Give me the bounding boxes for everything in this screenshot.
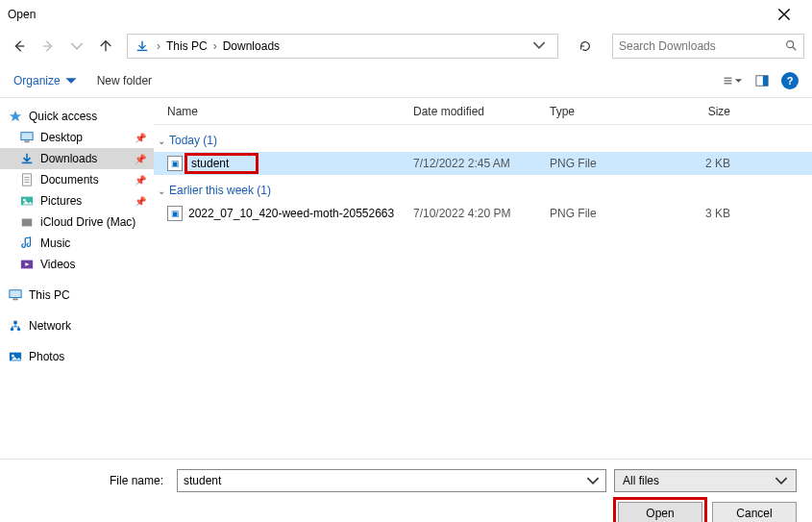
column-name[interactable]: Name	[167, 105, 413, 118]
sidebar-item-music[interactable]: Music	[0, 233, 154, 254]
sidebar-item-icloud-drive-mac-[interactable]: iCloud Drive (Mac)	[0, 211, 154, 233]
pin-icon: 📌	[135, 154, 146, 164]
nav-row: › This PC › Downloads	[0, 29, 812, 63]
file-pane: Name Date modified Type Size ⌄Today (1)▣…	[154, 98, 812, 459]
sidebar-item-label: iCloud Drive (Mac)	[40, 215, 135, 229]
file-size: 2 KB	[663, 157, 730, 170]
sidebar-item-label: Quick access	[29, 110, 97, 123]
address-dropdown[interactable]	[527, 38, 552, 55]
sidebar-item-label: Network	[29, 319, 71, 333]
sidebar: Quick access Desktop📌Downloads📌Documents…	[0, 98, 154, 459]
svg-rect-17	[13, 321, 17, 325]
sidebar-item-label: Music	[40, 236, 70, 250]
chevron-down-icon	[586, 474, 600, 487]
refresh-button[interactable]	[572, 34, 599, 59]
svg-point-10	[23, 199, 26, 202]
file-row[interactable]: ▣student7/12/2022 2:45 AMPNG File2 KB	[154, 152, 812, 175]
new-folder-button[interactable]: New folder	[97, 74, 152, 87]
sidebar-item-documents[interactable]: Documents📌	[0, 169, 154, 190]
column-date[interactable]: Date modified	[413, 105, 550, 118]
column-size[interactable]: Size	[663, 105, 730, 118]
column-headers: Name Date modified Type Size	[154, 98, 812, 125]
close-button[interactable]	[764, 0, 804, 29]
folder-icon	[19, 151, 35, 166]
caret-down-icon	[64, 74, 78, 87]
folder-icon	[19, 214, 35, 230]
sidebar-item-network[interactable]: Network	[0, 315, 154, 336]
filename-input[interactable]	[184, 474, 586, 487]
sidebar-item-this-pc[interactable]: This PC	[0, 285, 154, 306]
search-box[interactable]	[612, 34, 804, 59]
help-button[interactable]: ?	[781, 72, 799, 89]
svg-rect-2	[725, 80, 732, 81]
cancel-button[interactable]: Cancel	[712, 502, 797, 522]
sidebar-item-label: Pictures	[40, 194, 82, 208]
sidebar-item-quick-access[interactable]: Quick access	[0, 106, 154, 127]
sidebar-item-desktop[interactable]: Desktop📌	[0, 127, 154, 148]
forward-button[interactable]	[37, 35, 60, 58]
breadcrumb-segment[interactable]: Downloads	[223, 39, 280, 53]
arrow-right-icon	[41, 39, 55, 53]
sidebar-item-videos[interactable]: Videos	[0, 254, 154, 275]
chevron-down-icon: ⌄	[158, 136, 165, 146]
search-input[interactable]	[619, 39, 784, 53]
organize-label: Organize	[13, 74, 61, 87]
toolbar: Organize New folder ?	[0, 63, 812, 98]
breadcrumb-separator-icon: ›	[213, 39, 217, 53]
address-bar[interactable]: › This PC › Downloads	[127, 34, 558, 59]
folder-icon	[19, 130, 35, 145]
open-button[interactable]: Open	[618, 502, 702, 522]
pin-icon: 📌	[135, 133, 146, 143]
folder-icon	[19, 193, 35, 209]
column-type[interactable]: Type	[550, 105, 663, 118]
file-group-header[interactable]: ⌄Earlier this week (1)	[154, 179, 812, 202]
svg-rect-6	[21, 133, 33, 140]
file-row[interactable]: ▣2022_07_10_420-weed-moth-205526637/10/2…	[154, 202, 812, 225]
view-options-button[interactable]	[724, 71, 743, 90]
svg-point-19	[12, 355, 14, 358]
image-file-icon: ▣	[167, 156, 183, 171]
pin-icon: 📌	[135, 196, 146, 207]
svg-rect-14	[12, 299, 17, 301]
network-icon	[8, 318, 23, 334]
recent-dropdown[interactable]	[65, 35, 88, 58]
sidebar-item-pictures[interactable]: Pictures📌	[0, 190, 154, 211]
file-group-label: Today (1)	[169, 134, 217, 147]
chevron-down-icon	[70, 39, 84, 53]
file-type: PNG File	[550, 157, 663, 170]
organize-button[interactable]: Organize	[13, 74, 78, 87]
title-bar: Open	[0, 0, 812, 29]
folder-icon	[19, 257, 35, 272]
file-date: 7/10/2022 4:20 PM	[413, 207, 550, 220]
monitor-icon	[8, 287, 23, 303]
sidebar-item-label: Videos	[40, 258, 75, 271]
folder-icon	[19, 172, 35, 187]
filename-combobox[interactable]	[177, 469, 606, 492]
refresh-icon	[578, 39, 592, 53]
file-group-label: Earlier this week (1)	[169, 184, 271, 197]
svg-point-0	[787, 40, 794, 47]
preview-pane-button[interactable]	[752, 71, 772, 90]
file-date: 7/12/2022 2:45 AM	[413, 157, 550, 170]
up-button[interactable]	[94, 35, 117, 58]
file-name: 2022_07_10_420-weed-moth-20552663	[188, 207, 394, 220]
chevron-down-icon: ⌄	[158, 186, 165, 196]
image-file-icon: ▣	[167, 206, 183, 221]
sidebar-item-label: Photos	[29, 350, 64, 363]
file-name: student	[191, 157, 229, 170]
file-group-header[interactable]: ⌄Today (1)	[154, 129, 812, 152]
back-button[interactable]	[8, 35, 31, 58]
file-type: PNG File	[550, 207, 663, 220]
highlight-annotation: student	[185, 153, 258, 174]
sidebar-item-photos[interactable]: Photos	[0, 346, 154, 367]
sidebar-item-downloads[interactable]: Downloads📌	[0, 148, 154, 169]
download-folder-icon	[134, 37, 151, 55]
breadcrumb-segment[interactable]: This PC	[166, 39, 208, 53]
filename-label: File name:	[15, 474, 169, 487]
file-type-filter-label: All files	[623, 474, 775, 487]
arrow-left-icon	[12, 39, 26, 53]
pin-icon: 📌	[135, 175, 146, 186]
star-icon	[8, 109, 23, 124]
file-type-filter[interactable]: All files	[614, 469, 797, 492]
svg-rect-1	[725, 77, 732, 78]
